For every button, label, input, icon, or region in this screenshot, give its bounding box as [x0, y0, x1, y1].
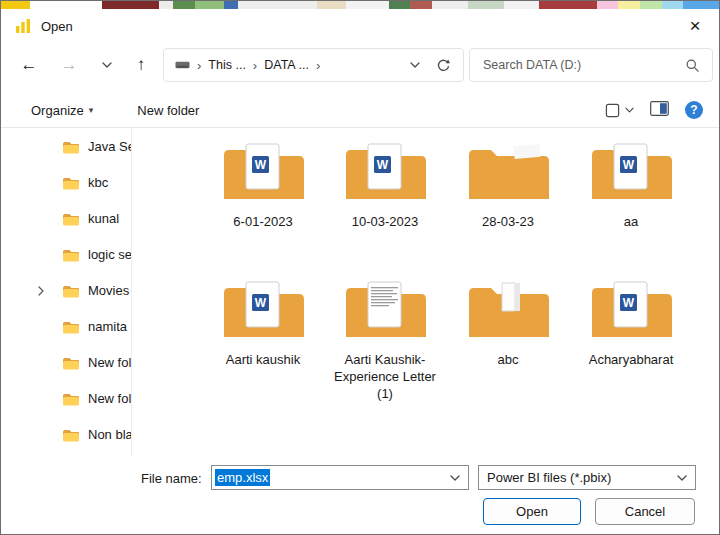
sidebar-item-label: kbc — [88, 175, 108, 190]
sidebar-item-label: logic sendbac — [88, 247, 131, 262]
search-icon[interactable] — [685, 58, 700, 73]
sidebar-item-label: Java Sepetem — [88, 139, 131, 154]
file-label: Acharyabharat — [572, 351, 690, 368]
caret-down-icon: ▾ — [89, 105, 94, 115]
sidebar-item-movies[interactable]: Movies — [1, 273, 131, 309]
view-thumbnail-icon — [605, 103, 620, 118]
breadcrumb-separator: › — [316, 58, 320, 73]
file-name-label: File name: — [141, 471, 202, 486]
back-button[interactable]: ← — [13, 50, 45, 80]
sidebar-item[interactable]: Java Sepetem — [1, 129, 131, 165]
sidebar-item[interactable]: New folder (2 — [1, 381, 131, 417]
file-label: 10-03-2023 — [326, 213, 444, 230]
breadcrumb: › This ... › DATA ... › — [163, 48, 464, 82]
folder-icon — [62, 212, 79, 226]
close-button[interactable]: × — [673, 10, 717, 41]
folder-word-icon — [221, 279, 305, 345]
sidebar-item[interactable]: Non blank ce — [1, 417, 131, 453]
sidebar-item[interactable]: kbc — [1, 165, 131, 201]
folder-document-icon — [343, 279, 427, 345]
command-bar: Organize ▾ New folder ? — [1, 93, 719, 128]
sidebar-item[interactable]: namita set 2 — [1, 309, 131, 345]
sidebar-item[interactable]: New folder — [1, 345, 131, 381]
file-tile[interactable]: Aarti kaushik — [202, 279, 324, 368]
file-type-dropdown-icon — [677, 475, 687, 481]
folder-icon — [62, 356, 79, 370]
file-tile[interactable]: 28-03-23 — [447, 141, 569, 230]
folder-icon — [62, 392, 79, 406]
chevron-down-icon — [102, 62, 112, 68]
folder-icon — [62, 428, 79, 442]
folder-icon — [466, 141, 550, 207]
file-label: Aarti kaushik — [204, 351, 322, 368]
file-tile[interactable]: Aarti Kaushik-Experience Letter (1) — [324, 279, 446, 402]
organize-menu[interactable]: Organize ▾ — [31, 103, 93, 118]
file-name-value: emp.xlsx — [215, 469, 270, 486]
expand-chevron-icon[interactable] — [38, 286, 44, 296]
file-label: aa — [572, 213, 690, 230]
file-label: 6-01-2023 — [204, 213, 322, 230]
search-input[interactable] — [470, 58, 685, 72]
chevron-down-icon — [625, 107, 634, 113]
file-tile[interactable]: aa — [570, 141, 692, 230]
breadcrumb-separator: › — [253, 58, 257, 73]
up-button[interactable]: ↑ — [125, 50, 157, 80]
window-title: Open — [41, 19, 73, 34]
sidebar-item-label: New folder — [88, 355, 131, 370]
organize-label: Organize — [31, 103, 84, 118]
folder-word-icon — [589, 141, 673, 207]
cancel-button[interactable]: Cancel — [595, 498, 695, 525]
forward-button[interactable]: → — [53, 50, 85, 80]
sidebar-item-label: namita set 2 — [88, 319, 131, 334]
file-type-value: Power BI files (*.pbix) — [487, 470, 611, 485]
folder-word-icon — [589, 279, 673, 345]
file-tile[interactable]: Acharyabharat — [570, 279, 692, 368]
toolbar-right-group: ? — [605, 101, 703, 120]
background-app-strip — [1, 1, 719, 9]
file-tile[interactable]: abc — [447, 279, 569, 368]
open-dialog: Open × ← → ↑ › This ... › DATA ... › Org… — [0, 0, 720, 535]
titlebar: Open × — [1, 9, 719, 43]
folder-icon — [62, 320, 79, 334]
folder-tree: Java Sepetem kbc kunal logic sendbac Mov… — [1, 129, 131, 456]
sidebar-item[interactable]: kunal — [1, 201, 131, 237]
drive-icon — [175, 59, 190, 71]
help-button[interactable]: ? — [685, 101, 703, 119]
breadcrumb-item-data-drive[interactable]: DATA ... — [264, 58, 309, 72]
breadcrumb-item-this-pc[interactable]: This ... — [208, 58, 246, 72]
file-tile[interactable]: 6-01-2023 — [202, 141, 324, 230]
sidebar-item-label: kunal — [88, 211, 119, 226]
folder-paper-icon — [466, 279, 550, 345]
preview-pane-icon — [650, 101, 669, 116]
new-folder-label: New folder — [137, 103, 199, 118]
sidebar-item-label: Non blank ce — [88, 427, 131, 442]
views-button[interactable] — [605, 103, 634, 118]
address-dropdown-icon[interactable] — [410, 62, 420, 68]
file-label: Aarti Kaushik-Experience Letter (1) — [326, 351, 444, 402]
sidebar-item-label: New folder (2 — [88, 391, 131, 406]
folder-icon — [62, 176, 79, 190]
folder-word-icon — [221, 141, 305, 207]
navigation-bar: ← → ↑ › This ... › DATA ... › — [1, 45, 719, 85]
folder-icon — [62, 248, 79, 262]
file-name-dropdown-icon[interactable] — [450, 475, 460, 481]
powerbi-app-icon — [15, 18, 31, 34]
file-list: 6-01-2023 10-03-2023 28-03-23 aa Aarti k… — [132, 129, 712, 456]
preview-pane-button[interactable] — [650, 101, 669, 120]
folder-icon — [62, 140, 79, 154]
folder-icon — [62, 284, 79, 298]
search-box — [469, 48, 713, 82]
sidebar-item-label: Movies — [88, 283, 129, 298]
sidebar-item[interactable]: logic sendbac — [1, 237, 131, 273]
file-label: 28-03-23 — [449, 213, 567, 230]
file-name-input[interactable]: emp.xlsx — [211, 465, 469, 490]
folder-word-icon — [343, 141, 427, 207]
file-type-select[interactable]: Power BI files (*.pbix) — [478, 465, 696, 490]
recent-locations-button[interactable] — [91, 50, 123, 80]
refresh-icon[interactable] — [436, 58, 451, 73]
breadcrumb-separator: › — [197, 58, 201, 73]
new-folder-button[interactable]: New folder — [137, 103, 199, 118]
file-tile[interactable]: 10-03-2023 — [324, 141, 446, 230]
open-button[interactable]: Open — [483, 498, 581, 525]
file-label: abc — [449, 351, 567, 368]
